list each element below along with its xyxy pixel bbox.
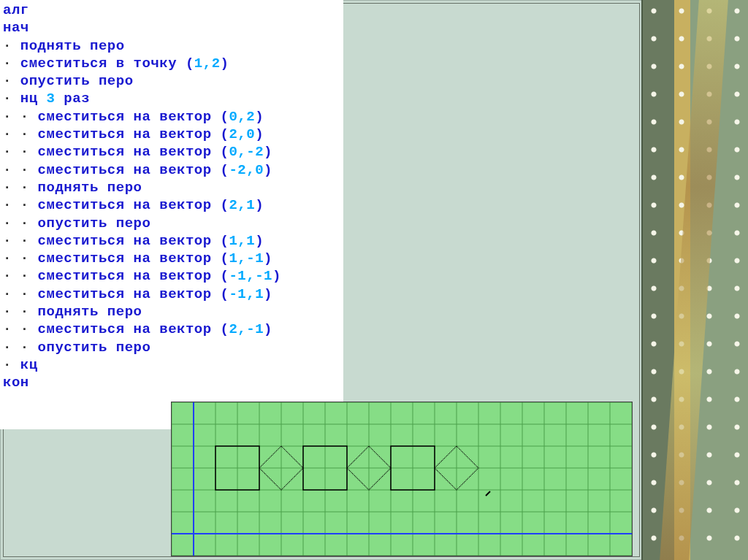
cmd-pen-up-2: поднять перо [38,180,142,196]
kw-nach: нач [3,20,29,36]
kw-kc: кц [20,357,38,373]
vec-8: -1,-1 [229,268,272,284]
cmd-vec-4: сместиться на вектор [38,162,212,178]
cmd-pen-down-2: опустить перо [38,215,151,231]
vec-9: -1,1 [229,286,264,302]
loop-count: 3 [47,91,56,107]
cmd-vec-8: сместиться на вектор [38,268,212,284]
cmd-vec-5: сместиться на вектор [38,197,212,213]
cmd-vec-9: сместиться на вектор [38,286,212,302]
vec-7: 1,-1 [229,250,264,266]
cmd-pen-down: опустить перо [20,73,134,89]
kw-nc: нц [20,91,38,107]
cmd-vec-7: сместиться на вектор [38,250,212,266]
vec-4: -2,0 [229,162,264,178]
vec-3: 0,-2 [229,144,264,160]
vec-10: 2,-1 [229,321,264,337]
kw-raz: раз [64,91,90,107]
args-move-to: 1,2 [194,55,221,72]
cmd-vec-10: сместиться на вектор [38,321,212,337]
cmd-move-to: сместиться в точку [20,55,177,72]
vec-2: 2,0 [229,126,255,142]
cmd-vec-1: сместиться на вектор [38,109,212,125]
vec-1: 0,2 [229,109,255,125]
drawing-grid [171,402,633,556]
vec-6: 1,1 [229,233,255,249]
cmd-vec-2: сместиться на вектор [38,126,212,142]
cmd-vec-6: сместиться на вектор [38,233,212,249]
grid-svg [172,402,632,556]
cmd-pen-up-3: поднять перо [38,304,142,320]
code-listing: алг нач · поднять перо · сместиться в то… [0,0,343,429]
cmd-vec-3: сместиться на вектор [38,144,212,160]
vec-5: 2,1 [229,197,255,213]
kw-kon: кон [3,375,29,391]
cmd-pen-down-3: опустить перо [38,340,151,356]
decorative-border-right [641,0,748,560]
cmd-pen-up: поднять перо [20,38,125,54]
kw-alg: алг [3,2,29,18]
